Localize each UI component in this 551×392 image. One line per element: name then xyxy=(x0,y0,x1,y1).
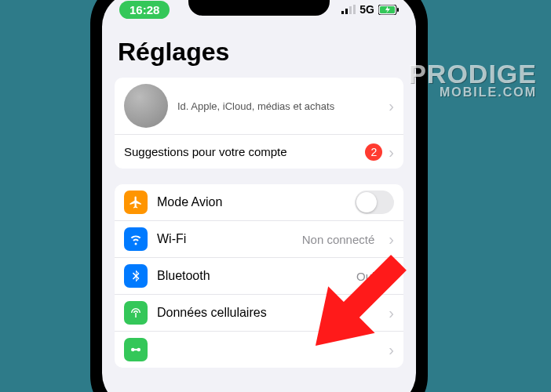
signal-icon xyxy=(341,5,356,14)
account-card: Id. Apple, iCloud, médias et achats › Su… xyxy=(115,78,403,169)
suggestions-row[interactable]: Suggestions pour votre compte 2 › xyxy=(115,134,403,169)
bluetooth-row[interactable]: Bluetooth Oui › xyxy=(115,257,403,294)
cellular-data-row[interactable]: Données cellulaires › xyxy=(115,294,403,331)
svg-rect-3 xyxy=(353,5,356,14)
airplane-mode-row[interactable]: Mode Avion xyxy=(115,184,403,220)
apple-id-row[interactable]: Id. Apple, iCloud, médias et achats › xyxy=(115,78,403,134)
time-pill[interactable]: 16:28 xyxy=(119,1,170,19)
network-label: 5G xyxy=(359,3,374,16)
watermark: PRODIGE MOBILE.COM xyxy=(408,61,537,98)
airplane-icon xyxy=(124,191,148,214)
bluetooth-value: Oui xyxy=(356,270,374,283)
hotspot-icon xyxy=(124,338,148,361)
wifi-icon xyxy=(124,227,148,251)
suggestions-label: Suggestions pour votre compte xyxy=(124,145,365,158)
watermark-line1: PRODIGE xyxy=(408,61,537,86)
account-subtitle: Id. Apple, iCloud, médias et achats xyxy=(177,100,379,112)
svg-rect-9 xyxy=(133,349,139,350)
cellular-icon xyxy=(124,301,148,325)
chevron-right-icon: › xyxy=(389,144,394,160)
partial-row[interactable]: › xyxy=(115,331,403,368)
bluetooth-icon xyxy=(124,264,148,288)
cellular-label: Données cellulaires xyxy=(157,306,379,320)
chevron-right-icon: › xyxy=(389,342,394,358)
chevron-right-icon: › xyxy=(389,305,394,321)
svg-rect-2 xyxy=(349,6,352,14)
wifi-row[interactable]: Wi-Fi Non connecté › xyxy=(115,220,403,257)
chevron-right-icon: › xyxy=(389,268,394,284)
svg-rect-1 xyxy=(345,9,348,14)
battery-icon xyxy=(378,5,399,15)
airplane-toggle[interactable] xyxy=(355,191,394,214)
bluetooth-label: Bluetooth xyxy=(157,269,347,283)
chevron-right-icon: › xyxy=(389,231,394,247)
suggestions-badge: 2 xyxy=(365,143,382,161)
chevron-right-icon: › xyxy=(389,98,394,114)
wifi-value: Non connecté xyxy=(302,233,375,246)
svg-rect-0 xyxy=(341,11,344,14)
screen: 16:28 5G Réglages Id. Apple, iClo xyxy=(102,0,416,392)
svg-rect-6 xyxy=(397,8,399,12)
connectivity-card: Mode Avion Wi-Fi Non connecté › xyxy=(115,184,403,368)
phone-frame: 16:28 5G Réglages Id. Apple, iClo xyxy=(90,0,428,392)
wifi-label: Wi-Fi xyxy=(157,232,293,246)
avatar xyxy=(124,84,168,128)
airplane-label: Mode Avion xyxy=(157,195,345,209)
page-title: Réglages xyxy=(118,38,403,67)
notch xyxy=(188,0,330,16)
